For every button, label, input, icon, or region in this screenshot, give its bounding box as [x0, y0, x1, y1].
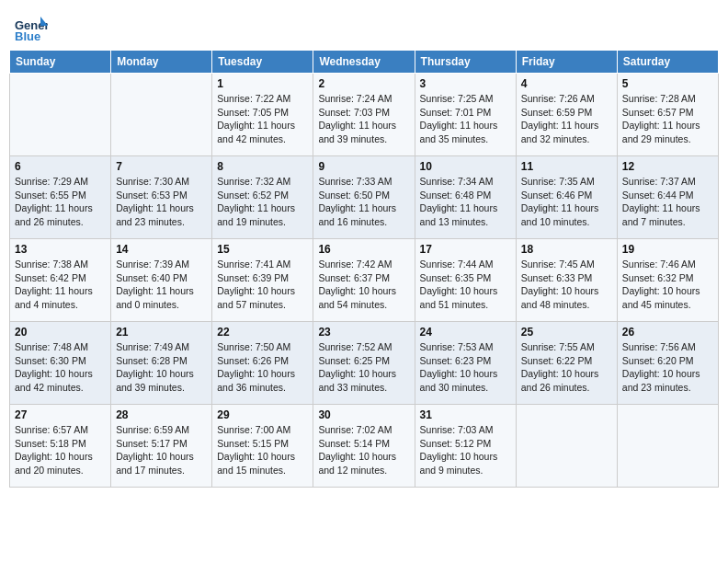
calendar-cell: 9Sunrise: 7:33 AM Sunset: 6:50 PM Daylig…	[313, 156, 415, 239]
header-day-tuesday: Tuesday	[212, 51, 313, 74]
week-row-5: 27Sunrise: 6:57 AM Sunset: 5:18 PM Dayli…	[10, 405, 719, 488]
calendar-cell: 27Sunrise: 6:57 AM Sunset: 5:18 PM Dayli…	[10, 405, 111, 488]
calendar-cell: 2Sunrise: 7:24 AM Sunset: 7:03 PM Daylig…	[313, 74, 415, 156]
day-number: 17	[420, 243, 511, 256]
calendar-cell: 28Sunrise: 6:59 AM Sunset: 5:17 PM Dayli…	[111, 405, 212, 488]
day-info: Sunrise: 7:29 AM Sunset: 6:55 PM Dayligh…	[15, 175, 106, 229]
day-info: Sunrise: 7:41 AM Sunset: 6:39 PM Dayligh…	[217, 258, 308, 312]
calendar-cell: 7Sunrise: 7:30 AM Sunset: 6:53 PM Daylig…	[111, 156, 212, 239]
calendar-cell: 31Sunrise: 7:03 AM Sunset: 5:12 PM Dayli…	[415, 405, 516, 488]
day-number: 11	[521, 160, 612, 173]
calendar-cell: 13Sunrise: 7:38 AM Sunset: 6:42 PM Dayli…	[10, 239, 111, 322]
day-info: Sunrise: 7:53 AM Sunset: 6:23 PM Dayligh…	[420, 340, 511, 395]
calendar-cell: 18Sunrise: 7:45 AM Sunset: 6:33 PM Dayli…	[516, 239, 617, 322]
calendar-cell: 19Sunrise: 7:46 AM Sunset: 6:32 PM Dayli…	[617, 239, 718, 322]
logo: General Blue	[13, 9, 51, 42]
day-info: Sunrise: 7:26 AM Sunset: 6:59 PM Dayligh…	[521, 92, 612, 146]
calendar-cell: 23Sunrise: 7:52 AM Sunset: 6:25 PM Dayli…	[313, 322, 415, 405]
calendar-cell: 5Sunrise: 7:28 AM Sunset: 6:57 PM Daylig…	[617, 74, 718, 156]
day-info: Sunrise: 7:49 AM Sunset: 6:28 PM Dayligh…	[116, 340, 207, 395]
day-number: 7	[116, 160, 207, 173]
day-number: 31	[420, 408, 511, 421]
day-number: 2	[318, 77, 409, 90]
day-number: 19	[622, 243, 713, 256]
day-number: 20	[15, 326, 106, 339]
week-row-2: 6Sunrise: 7:29 AM Sunset: 6:55 PM Daylig…	[10, 156, 719, 239]
day-info: Sunrise: 7:34 AM Sunset: 6:48 PM Dayligh…	[420, 175, 511, 229]
calendar-cell	[10, 74, 111, 156]
day-number: 8	[217, 160, 308, 173]
day-number: 6	[15, 160, 106, 173]
calendar-cell: 17Sunrise: 7:44 AM Sunset: 6:35 PM Dayli…	[415, 239, 516, 322]
calendar-cell: 24Sunrise: 7:53 AM Sunset: 6:23 PM Dayli…	[415, 322, 516, 405]
page-header: General Blue	[9, 9, 719, 42]
day-info: Sunrise: 7:52 AM Sunset: 6:25 PM Dayligh…	[318, 340, 409, 395]
day-number: 22	[217, 326, 308, 339]
calendar-cell: 25Sunrise: 7:55 AM Sunset: 6:22 PM Dayli…	[516, 322, 617, 405]
calendar-cell: 4Sunrise: 7:26 AM Sunset: 6:59 PM Daylig…	[516, 74, 617, 156]
calendar-cell: 20Sunrise: 7:48 AM Sunset: 6:30 PM Dayli…	[10, 322, 111, 405]
svg-text:Blue: Blue	[15, 29, 40, 43]
calendar-cell: 26Sunrise: 7:56 AM Sunset: 6:20 PM Dayli…	[617, 322, 718, 405]
day-info: Sunrise: 7:02 AM Sunset: 5:14 PM Dayligh…	[318, 423, 409, 477]
day-info: Sunrise: 7:38 AM Sunset: 6:42 PM Dayligh…	[15, 258, 106, 312]
day-info: Sunrise: 7:00 AM Sunset: 5:15 PM Dayligh…	[217, 423, 308, 477]
day-number: 27	[15, 408, 106, 421]
day-info: Sunrise: 7:45 AM Sunset: 6:33 PM Dayligh…	[521, 258, 612, 312]
day-number: 23	[318, 326, 409, 339]
calendar-cell: 8Sunrise: 7:32 AM Sunset: 6:52 PM Daylig…	[212, 156, 313, 239]
day-number: 30	[318, 408, 409, 421]
day-number: 14	[116, 243, 207, 256]
day-info: Sunrise: 7:03 AM Sunset: 5:12 PM Dayligh…	[420, 423, 511, 477]
calendar-cell: 21Sunrise: 7:49 AM Sunset: 6:28 PM Dayli…	[111, 322, 212, 405]
calendar-cell: 16Sunrise: 7:42 AM Sunset: 6:37 PM Dayli…	[313, 239, 415, 322]
header-day-friday: Friday	[516, 51, 617, 74]
calendar-cell: 1Sunrise: 7:22 AM Sunset: 7:05 PM Daylig…	[212, 74, 313, 156]
day-number: 9	[318, 160, 409, 173]
day-info: Sunrise: 7:56 AM Sunset: 6:20 PM Dayligh…	[622, 340, 713, 395]
day-number: 26	[622, 326, 713, 339]
day-info: Sunrise: 7:39 AM Sunset: 6:40 PM Dayligh…	[116, 258, 207, 312]
day-number: 1	[217, 77, 308, 90]
day-info: Sunrise: 7:24 AM Sunset: 7:03 PM Dayligh…	[318, 92, 409, 146]
day-info: Sunrise: 7:28 AM Sunset: 6:57 PM Dayligh…	[622, 92, 713, 146]
day-info: Sunrise: 7:25 AM Sunset: 7:01 PM Dayligh…	[420, 92, 511, 146]
day-number: 3	[420, 77, 511, 90]
calendar-cell: 12Sunrise: 7:37 AM Sunset: 6:44 PM Dayli…	[617, 156, 718, 239]
day-number: 5	[622, 77, 713, 90]
day-info: Sunrise: 7:30 AM Sunset: 6:53 PM Dayligh…	[116, 175, 207, 229]
calendar-cell	[111, 74, 212, 156]
day-info: Sunrise: 7:35 AM Sunset: 6:46 PM Dayligh…	[521, 175, 612, 229]
week-row-1: 1Sunrise: 7:22 AM Sunset: 7:05 PM Daylig…	[10, 74, 719, 156]
day-info: Sunrise: 7:37 AM Sunset: 6:44 PM Dayligh…	[622, 175, 713, 229]
day-number: 13	[15, 243, 106, 256]
calendar-cell	[617, 405, 718, 488]
day-info: Sunrise: 7:44 AM Sunset: 6:35 PM Dayligh…	[420, 258, 511, 312]
day-info: Sunrise: 7:48 AM Sunset: 6:30 PM Dayligh…	[15, 340, 106, 395]
day-number: 12	[622, 160, 713, 173]
calendar-cell: 10Sunrise: 7:34 AM Sunset: 6:48 PM Dayli…	[415, 156, 516, 239]
calendar-cell	[516, 405, 617, 488]
calendar-header: SundayMondayTuesdayWednesdayThursdayFrid…	[10, 51, 719, 74]
day-info: Sunrise: 7:55 AM Sunset: 6:22 PM Dayligh…	[521, 340, 612, 395]
header-day-thursday: Thursday	[415, 51, 516, 74]
header-day-saturday: Saturday	[617, 51, 718, 74]
day-number: 16	[318, 243, 409, 256]
day-info: Sunrise: 6:59 AM Sunset: 5:17 PM Dayligh…	[116, 423, 207, 477]
header-day-wednesday: Wednesday	[313, 51, 415, 74]
calendar-table: SundayMondayTuesdayWednesdayThursdayFrid…	[9, 50, 719, 488]
header-day-sunday: Sunday	[10, 51, 111, 74]
day-number: 29	[217, 408, 308, 421]
calendar-cell: 14Sunrise: 7:39 AM Sunset: 6:40 PM Dayli…	[111, 239, 212, 322]
day-info: Sunrise: 7:46 AM Sunset: 6:32 PM Dayligh…	[622, 258, 713, 312]
calendar-cell: 3Sunrise: 7:25 AM Sunset: 7:01 PM Daylig…	[415, 74, 516, 156]
calendar-cell: 30Sunrise: 7:02 AM Sunset: 5:14 PM Dayli…	[313, 405, 415, 488]
day-info: Sunrise: 7:50 AM Sunset: 6:26 PM Dayligh…	[217, 340, 308, 395]
calendar-cell: 6Sunrise: 7:29 AM Sunset: 6:55 PM Daylig…	[10, 156, 111, 239]
calendar-cell: 22Sunrise: 7:50 AM Sunset: 6:26 PM Dayli…	[212, 322, 313, 405]
week-row-4: 20Sunrise: 7:48 AM Sunset: 6:30 PM Dayli…	[10, 322, 719, 405]
day-number: 25	[521, 326, 612, 339]
day-number: 18	[521, 243, 612, 256]
day-info: Sunrise: 7:33 AM Sunset: 6:50 PM Dayligh…	[318, 175, 409, 229]
day-info: Sunrise: 7:32 AM Sunset: 6:52 PM Dayligh…	[217, 175, 308, 229]
